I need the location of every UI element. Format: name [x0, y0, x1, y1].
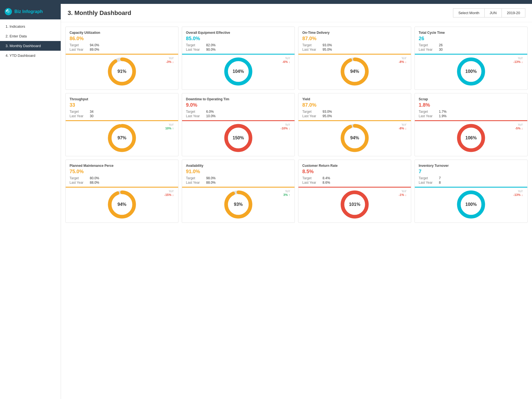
kpi-chart-total-cycle-time: YoY -13% ↓ 100%	[419, 56, 523, 87]
kpi-lastyear-row: Last Year 88.0%	[186, 181, 291, 185]
donut-oee: 104%	[223, 56, 254, 87]
kpi-stats-total-cycle-time: Target 26 Last Year 30	[419, 43, 523, 52]
kpi-chart-yield: YoY -8% ↓ 94%	[302, 123, 407, 153]
kpi-lastyear-row: Last Year 10.0%	[186, 114, 291, 118]
kpi-chart-downtime: YoY -10% ↓ 150%	[186, 123, 291, 153]
kpi-card-total-cycle-time: Total Cycle Time 26 Target 26 Last Year …	[415, 27, 528, 90]
kpi-chart-customer-return-rate: YoY -1% ↓ 101%	[302, 189, 407, 220]
target-label: Target	[70, 176, 88, 180]
lastyear-value-customer-return-rate: 8.6%	[323, 181, 330, 185]
kpi-chart-capacity-utilization: YoY -3% ↓ 91%	[70, 56, 174, 87]
yoy-label: YoY	[401, 190, 406, 193]
kpi-lastyear-row: Last Year 95.0%	[302, 114, 407, 118]
kpi-title-planned-maintenance: Planned Maintenance Perce	[70, 164, 174, 168]
kpi-divider-oee	[182, 54, 295, 55]
kpi-stats-on-time-delivery: Target 93.0% Last Year 95.0%	[302, 43, 407, 52]
kpi-target-row: Target 7	[419, 176, 523, 180]
kpi-target-row: Target 93.0%	[302, 110, 407, 114]
kpi-chart-throughput: YoY 10% ↑ 97%	[70, 123, 174, 153]
sidebar-item-indicators[interactable]: 1. Indicators	[0, 22, 61, 31]
sidebar-item-monthly-dashboard[interactable]: 3. Monthly Dashboard	[0, 41, 61, 51]
kpi-chart-inventory-turnover: YoY -13% ↓ 100%	[419, 189, 523, 220]
kpi-chart-on-time-delivery: YoY -8% ↓ 94%	[302, 56, 407, 87]
target-value-planned-maintenance: 80.0%	[90, 176, 99, 180]
kpi-value-on-time-delivery: 87.0%	[302, 36, 407, 42]
select-month-button[interactable]: Select Month	[453, 9, 485, 17]
donut-center-availability: 93%	[234, 202, 243, 207]
kpi-chart-scrap: YoY -5% ↓ 106%	[419, 123, 523, 153]
yoy-value-yield: -8% ↓	[399, 127, 406, 130]
lastyear-label: Last Year	[302, 48, 320, 52]
lastyear-label: Last Year	[70, 48, 88, 52]
target-label: Target	[419, 110, 437, 114]
donut-center-total-cycle-time: 100%	[466, 69, 477, 74]
target-value-scrap: 1.7%	[439, 110, 446, 114]
kpi-card-oee: Overall Equipment Effective 85.0% Target…	[182, 27, 295, 90]
target-value-oee: 82.0%	[206, 43, 216, 47]
kpi-value-yield: 87.0%	[302, 102, 407, 108]
yoy-value-total-cycle-time: -13% ↓	[513, 60, 523, 63]
kpi-lastyear-row: Last Year 88.0%	[70, 181, 174, 185]
page-title: 3. Monthly Dashboard	[68, 9, 131, 17]
target-value-on-time-delivery: 93.0%	[323, 43, 332, 47]
kpi-stats-customer-return-rate: Target 8.4% Last Year 8.6%	[302, 176, 407, 185]
kpi-card-downtime: Downtime to Operating Tim 9.0% Target 6.…	[182, 93, 295, 156]
kpi-divider-scrap	[415, 120, 527, 121]
sidebar-item-enter-data[interactable]: 2. Enter Data	[0, 31, 61, 41]
lastyear-label: Last Year	[186, 114, 204, 118]
donut-availability: 93%	[223, 189, 254, 220]
yoy-value-planned-maintenance: -15% ↓	[164, 193, 174, 196]
yoy-label: YoY	[401, 123, 406, 126]
kpi-divider-availability	[182, 187, 295, 188]
target-label: Target	[70, 43, 88, 47]
kpi-lastyear-row: Last Year 90.0%	[186, 48, 291, 52]
kpi-title-on-time-delivery: On-Time Delivery	[302, 31, 407, 35]
kpi-card-capacity-utilization: Capacity Utilization 86.0% Target 94.0% …	[65, 27, 178, 90]
yoy-label: YoY	[518, 123, 523, 126]
kpi-chart-planned-maintenance: YoY -15% ↓ 94%	[70, 189, 174, 220]
lastyear-label: Last Year	[186, 48, 204, 52]
lastyear-value-capacity-utilization: 89.0%	[90, 48, 99, 52]
logo-icon	[4, 8, 12, 16]
donut-center-capacity-utilization: 91%	[117, 69, 126, 74]
logo-text: Biz Infograph	[14, 9, 43, 14]
year-display[interactable]: 2019-20	[502, 9, 525, 17]
target-label: Target	[419, 43, 437, 47]
lastyear-value-total-cycle-time: 30	[439, 48, 443, 52]
app-container: Biz Infograph 1. Indicators2. Enter Data…	[0, 4, 532, 399]
kpi-title-oee: Overall Equipment Effective	[186, 31, 291, 35]
kpi-divider-planned-maintenance	[66, 187, 178, 188]
header: 3. Monthly Dashboard Select Month JUN 20…	[61, 4, 532, 22]
kpi-divider-yield	[298, 120, 411, 121]
kpi-divider-downtime	[182, 120, 295, 121]
kpi-stats-downtime: Target 6.0% Last Year 10.0%	[186, 110, 291, 118]
kpi-target-row: Target 98.0%	[186, 176, 291, 180]
yoy-value-downtime: -10% ↓	[281, 127, 290, 130]
kpi-divider-customer-return-rate	[298, 187, 411, 188]
yoy-value-inventory-turnover: -13% ↓	[513, 193, 523, 196]
month-display[interactable]: JUN	[485, 9, 502, 17]
sidebar-item-ytd-dashboard[interactable]: 4. YTD Dashboard	[0, 51, 61, 60]
kpi-value-downtime: 9.0%	[186, 102, 291, 108]
lastyear-value-scrap: 1.9%	[439, 114, 446, 118]
kpi-card-on-time-delivery: On-Time Delivery 87.0% Target 93.0% Last…	[298, 27, 411, 90]
kpi-target-row: Target 1.7%	[419, 110, 523, 114]
lastyear-value-inventory-turnover: 8	[439, 181, 441, 185]
kpi-lastyear-row: Last Year 30	[419, 48, 523, 52]
kpi-stats-throughput: Target 34 Last Year 30	[70, 110, 174, 118]
yoy-value-capacity-utilization: -3% ↓	[166, 60, 174, 63]
donut-yield: 94%	[339, 123, 370, 153]
yoy-label: YoY	[285, 190, 290, 193]
main-content: 3. Monthly Dashboard Select Month JUN 20…	[61, 4, 532, 399]
target-label: Target	[302, 110, 320, 114]
target-label: Target	[186, 176, 204, 180]
svg-point-1	[7, 10, 10, 13]
kpi-divider-capacity-utilization	[66, 54, 178, 55]
target-label: Target	[302, 43, 320, 47]
yoy-value-availability: 3% ↑	[283, 193, 290, 196]
kpi-title-throughput: Throughput	[70, 97, 174, 101]
target-label: Target	[419, 176, 437, 180]
sidebar-logo: Biz Infograph	[0, 4, 61, 19]
kpi-title-capacity-utilization: Capacity Utilization	[70, 31, 174, 35]
kpi-divider-on-time-delivery	[298, 54, 411, 55]
